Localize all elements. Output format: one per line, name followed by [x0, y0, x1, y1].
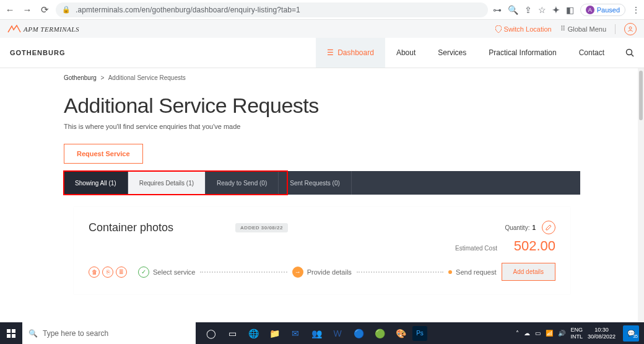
action-center-icon[interactable]: 💬35 [623, 325, 639, 342]
terminal-location[interactable]: GOTHENBURG [0, 38, 75, 68]
task-view-icon[interactable]: ▭ [223, 325, 242, 342]
nav-practical-information[interactable]: Practical Information [477, 38, 567, 68]
tab-ready-to-send[interactable]: Ready to Send (0) [206, 171, 279, 195]
svg-rect-4 [12, 329, 15, 333]
volume-icon[interactable]: 🔊 [558, 330, 565, 337]
main-nav: GOTHENBURG ☰ Dashboard About Services Pr… [0, 38, 644, 68]
step-send-request: Send request [448, 268, 496, 276]
add-details-button[interactable]: Add details [502, 263, 555, 281]
edit-quantity-button[interactable] [542, 221, 555, 234]
paint-icon[interactable]: 🎨 [391, 325, 410, 342]
request-service-button[interactable]: Request Service [64, 144, 143, 164]
action-icon-group: 🗑 ⎘ ≣ [89, 267, 127, 278]
zoom-icon[interactable]: 🔍 [508, 5, 518, 15]
onedrive-icon[interactable]: ☁ [524, 330, 530, 337]
date-added-badge: ADDED 30/08/22 [235, 223, 288, 232]
menu-dots-icon[interactable]: ⋮ [632, 5, 640, 15]
address-bar[interactable]: 🔒 .apmterminals.com/en/gothenburg/dashbo… [56, 2, 488, 17]
cost-label: Estimated Cost [455, 245, 497, 252]
windows-taskbar: 🔍 Type here to search ◯ ▭ 🌐 📁 ✉ 👥 W 🔵 🟢 … [0, 322, 644, 344]
svg-rect-5 [7, 334, 11, 338]
window-icon[interactable]: ◧ [566, 5, 574, 15]
nav-about[interactable]: About [385, 38, 427, 68]
svg-line-2 [632, 55, 634, 57]
utility-header: APM TERMINALS Switch Location ⠿ Global M… [0, 20, 644, 38]
nav-dashboard[interactable]: ☰ Dashboard [316, 38, 385, 68]
grid-icon: ⠿ [560, 25, 565, 33]
forward-button[interactable]: → [21, 4, 33, 16]
key-icon[interactable]: ⊶ [493, 5, 502, 15]
extensions-icon[interactable]: ✦ [552, 5, 560, 15]
step-provide-details: → Provide details [292, 267, 352, 278]
switch-location-link[interactable]: Switch Location [495, 25, 552, 33]
word-icon[interactable]: W [328, 325, 347, 342]
clock[interactable]: 10:30 30/08/2022 [588, 327, 616, 340]
url-text: .apmterminals.com/en/gothenburg/dashboar… [76, 6, 300, 14]
tabs-bar: Showing All (1) Requires Details (1) Rea… [64, 171, 580, 195]
arrow-icon: → [292, 267, 303, 278]
global-menu-link[interactable]: ⠿ Global Menu [560, 25, 606, 33]
app-icon[interactable]: 🔵 [349, 325, 368, 342]
language-indicator[interactable]: ENG INTL [570, 327, 583, 340]
edge-icon[interactable]: 🌐 [244, 325, 263, 342]
outlook-icon[interactable]: ✉ [286, 325, 305, 342]
request-card: Container photos ADDED 30/08/22 Quantity… [74, 207, 570, 294]
svg-rect-6 [12, 334, 15, 338]
brand-logo[interactable]: APM TERMINALS [7, 25, 79, 33]
wifi-icon[interactable]: 📶 [546, 330, 553, 337]
cortana-icon[interactable]: ◯ [202, 325, 220, 342]
nav-search-button[interactable] [616, 38, 644, 68]
copy-icon[interactable]: ⎘ [102, 267, 113, 278]
nav-contact[interactable]: Contact [568, 38, 616, 68]
pending-dot-icon [448, 270, 452, 274]
delete-icon[interactable]: 🗑 [89, 267, 100, 278]
cost-value: 502.00 [514, 238, 555, 254]
breadcrumb: Gothenburg > Additional Service Requests [64, 68, 580, 87]
tray-chevron-icon[interactable]: ˄ [516, 330, 519, 337]
tab-requires-details[interactable]: Requires Details (1) [128, 171, 206, 195]
lock-icon: 🔒 [62, 6, 71, 14]
search-icon: 🔍 [28, 329, 38, 338]
avatar: A [586, 6, 594, 14]
svg-rect-3 [7, 329, 11, 333]
scrollbar[interactable] [638, 68, 644, 324]
page-subtitle: This is where you'll find service enquir… [64, 123, 580, 130]
tab-sent-requests[interactable]: Sent Requests (0) [279, 171, 352, 195]
chrome-icon[interactable]: 🟢 [370, 325, 389, 342]
card-title: Container photos [89, 221, 173, 234]
quantity-display: Quantity: 1 [505, 221, 555, 234]
teams-icon[interactable]: 👥 [307, 325, 326, 342]
list-icon: ☰ [327, 48, 334, 57]
svg-point-0 [629, 27, 632, 29]
user-account-button[interactable] [624, 23, 637, 35]
explorer-icon[interactable]: 📁 [265, 325, 284, 342]
breadcrumb-root[interactable]: Gothenburg [64, 74, 97, 81]
taskbar-search[interactable]: 🔍 Type here to search [22, 322, 196, 344]
reload-button[interactable]: ⟳ [38, 4, 51, 16]
start-button[interactable] [0, 322, 22, 344]
star-icon[interactable]: ☆ [538, 5, 546, 15]
tab-showing-all[interactable]: Showing All (1) [64, 171, 128, 195]
share-icon[interactable]: ⇪ [524, 5, 532, 15]
info-icon[interactable]: ≣ [116, 267, 127, 278]
browser-toolbar: ← → ⟳ 🔒 .apmterminals.com/en/gothenburg/… [0, 0, 644, 20]
page-content: Gothenburg > Additional Service Requests… [0, 68, 644, 324]
step-select-service: ✓ Select service [138, 267, 195, 278]
page-title: Additional Service Requests [64, 94, 580, 118]
check-icon: ✓ [138, 267, 149, 278]
breadcrumb-current: Additional Service Requests [108, 74, 186, 81]
back-button[interactable]: ← [4, 4, 16, 16]
nav-services[interactable]: Services [427, 38, 477, 68]
photoshop-icon[interactable]: Ps [412, 326, 427, 341]
svg-point-1 [627, 50, 632, 55]
battery-icon[interactable]: ▭ [535, 330, 541, 337]
profile-paused-chip[interactable]: A Paused [580, 4, 625, 16]
